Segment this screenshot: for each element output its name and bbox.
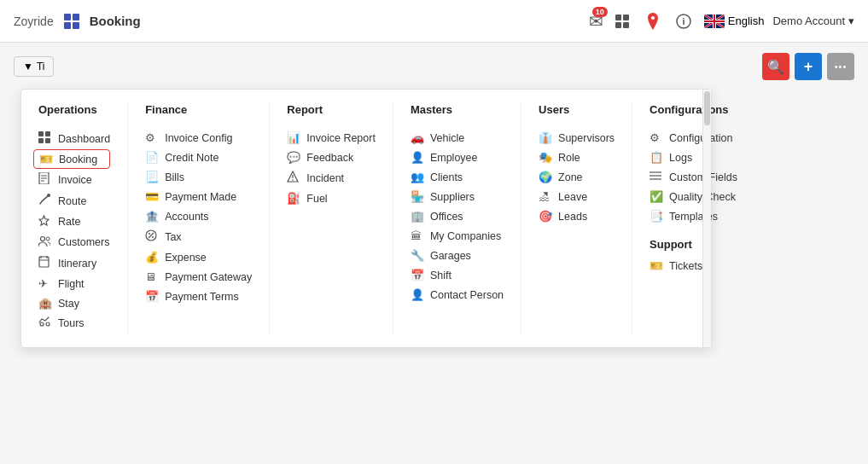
- rate-icon: [38, 215, 52, 229]
- language-selector[interactable]: English: [704, 14, 765, 28]
- offices-icon: 🏢: [411, 210, 424, 223]
- invoice-config-label: Invoice Config: [165, 132, 232, 144]
- menu-payment-gateway[interactable]: 🖥 Payment Gateway: [145, 267, 252, 287]
- payment-gateway-label: Payment Gateway: [165, 271, 252, 283]
- shift-icon: 📅: [411, 269, 424, 281]
- fuel-icon: ⛽: [287, 192, 300, 205]
- menu-tax[interactable]: Tax: [145, 226, 252, 247]
- menu-dashboard[interactable]: Dashboard: [38, 128, 110, 149]
- menu-vehicle[interactable]: 🚗 Vehicle: [411, 128, 504, 148]
- role-icon: 🎭: [539, 151, 552, 164]
- fuel-label: Fuel: [306, 193, 327, 205]
- menu-bills[interactable]: 📃 Bills: [145, 167, 252, 187]
- menu-supervisors[interactable]: 👔 Supervisors: [539, 128, 615, 148]
- menu-booking[interactable]: 🎫 Booking: [33, 149, 110, 169]
- stay-label: Stay: [58, 298, 79, 310]
- menu-rate[interactable]: Rate: [38, 212, 110, 232]
- topbar-icons: ✉ 10 i: [589, 9, 696, 33]
- accounts-label: Accounts: [165, 211, 208, 223]
- menu-feedback[interactable]: 💬 Feedback: [287, 148, 376, 167]
- filter-button[interactable]: ▼ Ti: [14, 56, 54, 77]
- plus-icon: +: [804, 58, 813, 76]
- invoice-report-icon: 📊: [287, 131, 300, 144]
- menu-incident[interactable]: Incident: [287, 167, 376, 188]
- menu-logs[interactable]: 📋 Logs: [650, 148, 737, 167]
- svg-rect-2: [615, 22, 621, 28]
- account-chevron: ▾: [848, 14, 854, 27]
- menu-flight[interactable]: ✈ Flight: [38, 274, 110, 293]
- my-companies-label: My Companies: [430, 230, 501, 242]
- payment-made-icon: 💳: [145, 190, 159, 203]
- svg-rect-14: [704, 20, 725, 22]
- vehicle-icon: 🚗: [411, 131, 424, 144]
- menu-itinerary[interactable]: Itinerary: [38, 252, 110, 274]
- menu-accounts[interactable]: 🏦 Accounts: [145, 206, 252, 226]
- menu-payment-made[interactable]: 💳 Payment Made: [145, 187, 252, 206]
- mail-icon[interactable]: ✉ 10: [589, 11, 603, 32]
- flag-icon: [704, 14, 725, 28]
- search-icon: 🔍: [767, 59, 784, 75]
- topbar-left: Zoyride Booking: [14, 14, 141, 29]
- menu-leads[interactable]: 🎯 Leads: [539, 206, 615, 226]
- flight-icon: ✈: [38, 277, 52, 290]
- account-menu[interactable]: Demo Account ▾: [772, 14, 854, 27]
- menu-custom-fields[interactable]: Custom Fields: [650, 167, 737, 187]
- menu-tours[interactable]: Tours: [38, 313, 110, 334]
- expense-icon: 💰: [145, 251, 159, 264]
- menu-suppliers[interactable]: 🏪 Suppliers: [411, 187, 504, 206]
- menu-zone[interactable]: 🌍 Zone: [539, 167, 615, 187]
- menu-customers[interactable]: Customers: [38, 232, 110, 252]
- menu-contact-person[interactable]: 👤 Contact Person: [411, 285, 504, 304]
- more-button[interactable]: •••: [827, 53, 854, 80]
- leads-label: Leads: [558, 211, 587, 223]
- menu-credit-note[interactable]: 📄 Credit Note: [145, 148, 252, 167]
- search-button[interactable]: 🔍: [762, 53, 789, 80]
- menu-role[interactable]: 🎭 Role: [539, 148, 615, 167]
- menu-leave[interactable]: 🏖 Leave: [539, 187, 615, 206]
- scrollbar[interactable]: [702, 90, 711, 347]
- svg-point-35: [149, 233, 150, 235]
- content-area: ▼ Ti 🔍 + ••• Operations Dashboard: [0, 43, 868, 358]
- operations-title: Operations: [38, 103, 110, 119]
- flight-label: Flight: [58, 278, 84, 290]
- menu-invoice[interactable]: Invoice: [38, 169, 110, 190]
- menu-payment-terms[interactable]: 📅 Payment Terms: [145, 287, 252, 306]
- menu-fuel[interactable]: ⛽ Fuel: [287, 188, 376, 208]
- feedback-icon: 💬: [287, 151, 300, 164]
- incident-label: Incident: [306, 172, 344, 184]
- configurations-title: Configurations: [650, 103, 737, 119]
- invoice-label: Invoice: [58, 174, 92, 186]
- menu-offices[interactable]: 🏢 Offices: [411, 206, 504, 226]
- add-button[interactable]: +: [795, 53, 822, 80]
- menu-stay[interactable]: 🏨 Stay: [38, 293, 110, 313]
- offices-label: Offices: [430, 211, 463, 223]
- menu-shift[interactable]: 📅 Shift: [411, 265, 504, 285]
- configuration-label: Configuration: [669, 132, 732, 144]
- menu-expense[interactable]: 💰 Expense: [145, 247, 252, 267]
- dashboard-icon: [38, 131, 52, 146]
- menu-quality-check[interactable]: ✅ Quality Check: [650, 187, 737, 206]
- svg-rect-3: [623, 22, 629, 28]
- menu-templates[interactable]: 📑 Templates: [650, 206, 737, 226]
- menu-invoice-report[interactable]: 📊 Invoice Report: [287, 128, 376, 148]
- menu-employee[interactable]: 👤 Employee: [411, 148, 504, 167]
- svg-marker-24: [39, 216, 49, 225]
- supervisors-label: Supervisors: [558, 132, 615, 144]
- menu-configuration[interactable]: ⚙ Configuration: [650, 128, 737, 148]
- menu-invoice-config[interactable]: ⚙ Invoice Config: [145, 128, 252, 148]
- menu-tickets[interactable]: 🎫 Tickets: [650, 256, 737, 276]
- tax-icon: [145, 229, 159, 244]
- employee-icon: 👤: [411, 151, 424, 164]
- menu-my-companies[interactable]: 🏛 My Companies: [411, 226, 504, 246]
- menu-clients[interactable]: 👥 Clients: [411, 167, 504, 187]
- apps-grid-icon[interactable]: [64, 14, 79, 29]
- menu-garages[interactable]: 🔧 Garages: [411, 246, 504, 265]
- itinerary-icon: [38, 256, 52, 270]
- credit-note-icon: 📄: [145, 151, 159, 164]
- payment-gateway-icon: 🖥: [145, 270, 159, 283]
- menu-route[interactable]: Route: [38, 190, 110, 212]
- info-icon[interactable]: i: [672, 9, 696, 33]
- grid-icon[interactable]: [610, 9, 634, 33]
- leave-label: Leave: [558, 191, 587, 203]
- map-pin-icon[interactable]: [641, 9, 665, 33]
